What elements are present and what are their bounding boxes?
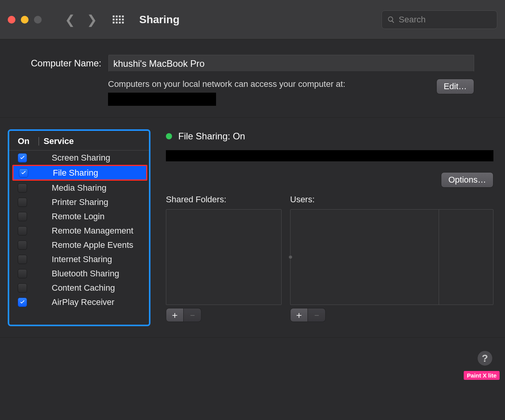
service-label: Internet Sharing — [52, 254, 112, 264]
service-label: Remote Login — [52, 212, 105, 222]
service-label: Remote Apple Events — [52, 240, 133, 250]
nav-arrows: ❮ ❯ — [65, 12, 97, 27]
show-all-prefs-button[interactable] — [113, 15, 124, 24]
service-row[interactable]: Screen Sharing — [9, 151, 149, 165]
service-label: Media Sharing — [52, 183, 106, 193]
status-indicator-icon — [166, 133, 172, 139]
service-checkbox[interactable] — [19, 168, 28, 178]
services-list: Screen SharingFile SharingMedia SharingP… — [9, 151, 149, 309]
services-panel: On Service Screen SharingFile SharingMed… — [8, 129, 150, 326]
service-row[interactable]: AirPlay Receiver — [9, 295, 149, 309]
help-button[interactable]: ? — [477, 351, 493, 366]
service-label: Screen Sharing — [52, 153, 110, 163]
service-label: AirPlay Receiver — [52, 297, 115, 307]
users-label: Users: — [290, 195, 493, 205]
edit-button[interactable]: Edit… — [436, 79, 474, 94]
service-row[interactable]: Printer Sharing — [9, 195, 149, 209]
service-row[interactable]: File Sharing — [12, 165, 147, 181]
computer-name-subtext: Computers on your local network can acce… — [108, 78, 436, 90]
watermark-badge: Paint X lite — [464, 371, 500, 380]
services-header: On Service — [9, 131, 149, 151]
status-row: File Sharing: On — [166, 131, 493, 142]
close-window-button[interactable] — [8, 16, 15, 24]
shared-folders-label: Shared Folders: — [166, 195, 282, 205]
service-checkbox[interactable] — [18, 283, 27, 293]
forward-button[interactable]: ❯ — [87, 12, 97, 27]
main-content: On Service Screen SharingFile SharingMed… — [0, 118, 505, 338]
header-divider — [39, 137, 39, 146]
address-redacted — [108, 93, 216, 106]
service-row[interactable]: Media Sharing — [9, 181, 149, 195]
service-checkbox[interactable] — [18, 240, 27, 250]
header-service: Service — [44, 136, 74, 146]
service-checkbox[interactable] — [18, 183, 27, 193]
status-text: File Sharing: On — [178, 131, 245, 142]
add-user-button[interactable]: ＋ — [290, 308, 308, 322]
service-checkbox[interactable] — [18, 212, 27, 221]
service-row[interactable]: Remote Login — [9, 209, 149, 224]
service-checkbox[interactable] — [18, 198, 27, 207]
service-row[interactable]: Bluetooth Sharing — [9, 266, 149, 281]
service-detail-panel: File Sharing: On Options… Shared Folders… — [166, 129, 493, 322]
remove-shared-folder-button[interactable]: － — [184, 308, 201, 322]
service-checkbox[interactable] — [18, 269, 27, 278]
remove-user-button[interactable]: － — [308, 308, 326, 322]
service-checkbox[interactable] — [18, 298, 27, 307]
service-label: Content Caching — [52, 283, 115, 293]
service-checkbox[interactable] — [18, 226, 27, 235]
add-shared-folder-button[interactable]: ＋ — [166, 308, 184, 322]
computer-name-label: Computer Name: — [31, 58, 101, 69]
service-label: Printer Sharing — [52, 197, 108, 207]
service-row[interactable]: Content Caching — [9, 281, 149, 295]
search-icon — [387, 15, 395, 24]
minimize-window-button[interactable] — [21, 16, 29, 24]
detail-redacted — [166, 150, 493, 161]
service-row[interactable]: Remote Apple Events — [9, 238, 149, 252]
service-row[interactable]: Remote Management — [9, 224, 149, 238]
computer-name-section: Computer Name: khushi's MacBook Pro Comp… — [0, 39, 505, 118]
split-drag-handle[interactable] — [289, 255, 292, 259]
options-button[interactable]: Options… — [441, 172, 493, 188]
service-checkbox[interactable] — [18, 255, 27, 264]
search-input[interactable] — [399, 15, 491, 25]
zoom-window-button[interactable] — [34, 16, 42, 24]
users-list[interactable] — [290, 209, 493, 305]
back-button[interactable]: ❮ — [65, 12, 75, 27]
titlebar: ❮ ❯ Sharing — [0, 0, 505, 39]
service-label: Bluetooth Sharing — [52, 269, 119, 279]
header-on: On — [18, 136, 39, 146]
search-field-wrap[interactable] — [382, 10, 497, 29]
computer-name-field[interactable]: khushi's MacBook Pro — [108, 55, 474, 72]
shared-folders-list[interactable] — [166, 209, 282, 305]
service-label: Remote Management — [52, 226, 133, 236]
page-title: Sharing — [139, 14, 179, 26]
service-row[interactable]: Internet Sharing — [9, 252, 149, 266]
service-label: File Sharing — [53, 168, 98, 178]
service-checkbox[interactable] — [18, 153, 27, 163]
window-controls — [8, 16, 42, 24]
